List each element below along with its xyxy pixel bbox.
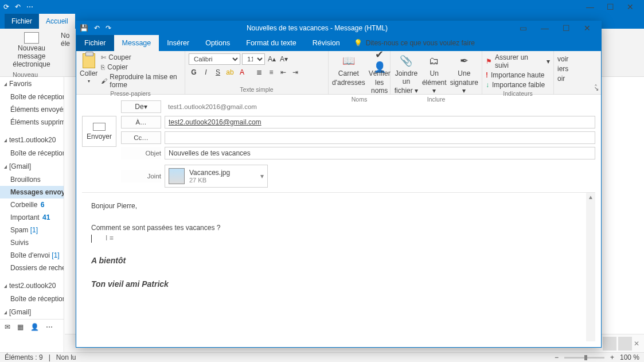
nav-favorites[interactable]: Favoris xyxy=(0,77,64,91)
bold-button[interactable]: G xyxy=(189,67,199,77)
nav-account2[interactable]: test2.outlook20 xyxy=(0,279,64,293)
status-bar: Éléments : 9 | Non lu − + 100 % xyxy=(0,352,644,362)
undo-icon[interactable]: ↶ xyxy=(94,24,100,32)
follow-up-button[interactable]: ⚑Assurer un suivi ▾ xyxy=(486,53,550,69)
nav-sent[interactable]: Éléments envoyés xyxy=(0,103,64,116)
nav-searchfolders[interactable]: Dossiers de recher xyxy=(0,262,64,274)
minimize-icon[interactable]: — xyxy=(541,24,549,33)
tab-insert[interactable]: Insérer xyxy=(159,35,197,51)
people-close-icon[interactable]: ✕ xyxy=(634,340,639,348)
save-icon[interactable]: 💾 xyxy=(80,24,88,32)
grow-font-icon[interactable]: A▴ xyxy=(267,54,277,64)
to-button[interactable]: À… xyxy=(121,116,161,129)
copy-button[interactable]: ⎘ Copier xyxy=(101,63,181,71)
zoom-value: 100 % xyxy=(620,353,639,361)
bg-minimize-icon[interactable]: — xyxy=(586,2,594,11)
bg-maximize-icon[interactable]: ☐ xyxy=(607,2,614,11)
font-color-icon[interactable]: A xyxy=(237,67,247,77)
check-names-button[interactable]: ✔👤 Vérifierles noms xyxy=(369,53,391,95)
body-question: Comment se sont passées tes vacances ? xyxy=(91,223,586,233)
group-label-names: Noms xyxy=(332,95,387,103)
tab-options[interactable]: Options xyxy=(197,35,238,51)
nav-account1[interactable]: test1.outlook20 xyxy=(0,133,64,147)
attachment-item[interactable]: Vacances.jpg 27 KB ▾ xyxy=(165,165,268,188)
nav-important[interactable]: Important 41 xyxy=(0,211,64,224)
nav-inbox3[interactable]: Boîte de réception xyxy=(0,293,64,305)
mini-toolbar-icon[interactable]: I ≡ xyxy=(106,233,114,243)
nav-deleted[interactable]: Éléments supprimé xyxy=(0,116,64,129)
attachment-dropdown-icon[interactable]: ▾ xyxy=(260,172,264,180)
attach-item-button[interactable]: 🗂 Unélément ▾ xyxy=(422,53,447,95)
nav-sent-messages[interactable]: Messages envoy xyxy=(0,186,64,198)
indent-icon[interactable]: ⇥ xyxy=(290,67,300,77)
nav-follow[interactable]: Suivis xyxy=(0,236,64,249)
ribbon-options-icon[interactable]: ▭ xyxy=(520,24,527,33)
format-painter-button[interactable]: 🖌 Reproduire la mise en forme xyxy=(101,73,181,89)
signature-button[interactable]: ✒ Unesignature ▾ xyxy=(450,53,478,95)
zoom-slider[interactable] xyxy=(564,357,604,359)
font-size-select[interactable]: 11 xyxy=(242,53,265,65)
nav-inbox[interactable]: Boîte de réception xyxy=(0,91,64,103)
send-receive-icon[interactable]: ⟳ xyxy=(3,3,9,11)
new-email-button[interactable]: Nouveau message électronique xyxy=(6,32,57,68)
outdent-icon[interactable]: ⇤ xyxy=(278,67,288,77)
tab-file[interactable]: Fichier xyxy=(76,35,114,51)
more-icon[interactable]: ⋯ xyxy=(26,3,33,11)
tab-review[interactable]: Révision xyxy=(305,35,348,51)
scroll-up-icon[interactable]: ▲ xyxy=(586,193,595,201)
group-basic-text: Calibri 11 A▴ A▾ G I S ab A ≣ ≡ ⇤ xyxy=(185,51,329,94)
attach-item-icon: 🗂 xyxy=(426,53,442,68)
undo-icon[interactable]: ↶ xyxy=(15,3,21,11)
bg-titlebar: ⟳ ↶ ⋯ — ☐ ✕ xyxy=(0,0,644,14)
maximize-icon[interactable]: ☐ xyxy=(563,24,570,33)
cut-button[interactable]: ✄ Couper xyxy=(101,53,181,61)
body-scrollbar[interactable]: ▲ xyxy=(586,193,595,341)
attach-file-button[interactable]: 📎 Joindre unfichier ▾ xyxy=(394,53,419,95)
to-field[interactable] xyxy=(165,116,595,129)
redo-icon[interactable]: ↷ xyxy=(106,24,111,32)
paste-button[interactable]: Coller ▾ xyxy=(80,53,97,84)
new-email-l1: Nouveau message xyxy=(18,44,46,60)
address-book-button[interactable]: 📖 Carnetd'adresses xyxy=(332,53,365,87)
send-button[interactable]: Envoyer xyxy=(82,116,116,147)
close-icon[interactable]: ✕ xyxy=(584,24,591,33)
low-importance-button[interactable]: ↓Importance faible xyxy=(486,81,550,89)
bg-close-icon[interactable]: ✕ xyxy=(627,2,634,11)
bg-tab-file[interactable]: Fichier xyxy=(5,14,39,29)
from-button[interactable]: De ▾ xyxy=(121,100,161,113)
shrink-font-icon[interactable]: A▾ xyxy=(279,54,289,64)
font-name-select[interactable]: Calibri xyxy=(189,53,240,65)
tags-launcher-icon[interactable]: ↘ xyxy=(594,85,599,92)
bullets-icon[interactable]: ≣ xyxy=(254,67,264,77)
high-importance-button[interactable]: !Importance haute xyxy=(486,71,550,79)
calendar-icon[interactable]: ▦ xyxy=(17,323,24,331)
nav-drafts[interactable]: Brouillons xyxy=(0,173,64,186)
nav-trash[interactable]: Corbeille 6 xyxy=(0,198,64,211)
text-cursor xyxy=(91,235,92,243)
send-envelope-icon xyxy=(93,123,106,131)
zoom-minus-icon[interactable]: − xyxy=(555,353,559,361)
nav-spam[interactable]: Spam [1] xyxy=(0,224,64,236)
cc-button[interactable]: Cc… xyxy=(121,131,161,144)
nav-gmail2[interactable]: [Gmail] xyxy=(0,305,64,319)
people-icon[interactable]: 👤 xyxy=(30,323,39,331)
nav-inbox2[interactable]: Boîte de réception xyxy=(0,147,64,159)
tellme-search[interactable]: 💡 Dites-nous ce que vous voulez faire xyxy=(348,35,481,51)
tab-format[interactable]: Format du texte xyxy=(238,35,305,51)
italic-button[interactable]: I xyxy=(201,67,211,77)
message-body[interactable]: Bonjour Pierre, Comment se sont passées … xyxy=(82,192,595,341)
bg-tab-home[interactable]: Accueil xyxy=(39,14,75,29)
cc-field[interactable] xyxy=(165,131,595,144)
numbering-icon[interactable]: ≡ xyxy=(266,67,276,77)
zoom-plus-icon[interactable]: + xyxy=(610,353,614,361)
subject-field[interactable] xyxy=(165,147,595,159)
mail-icon[interactable]: ✉ xyxy=(5,323,10,331)
compose-ribbon: Coller ▾ ✄ Couper ⎘ Copier 🖌 Reproduire … xyxy=(76,51,601,95)
highlight-icon[interactable]: ab xyxy=(225,67,235,77)
tab-message[interactable]: Message xyxy=(114,35,159,51)
nav-gmail[interactable]: [Gmail] xyxy=(0,159,64,173)
underline-button[interactable]: S xyxy=(213,67,223,77)
compose-titlebar[interactable]: 💾 ↶ ↷ Nouvelles de tes vacances - Messag… xyxy=(76,21,601,35)
more-nav-icon[interactable]: ⋯ xyxy=(46,323,53,331)
nav-outbox[interactable]: Boîte d'envoi [1] xyxy=(0,249,64,262)
